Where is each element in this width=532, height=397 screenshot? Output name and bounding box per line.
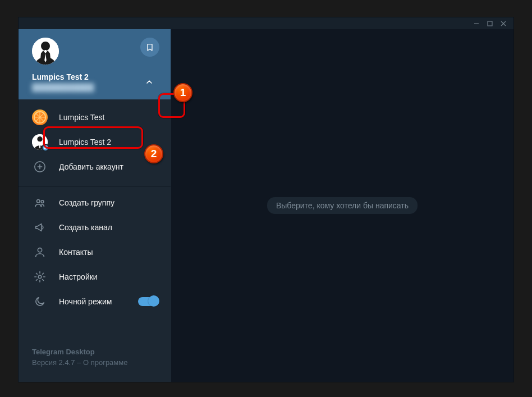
app-version[interactable]: Версия 2.4.7 – О программе: [32, 358, 157, 368]
add-account-icon: [34, 161, 46, 173]
svg-point-16: [37, 200, 40, 203]
bookmark-icon: [145, 43, 154, 52]
svg-point-12: [37, 136, 42, 142]
account-avatar: [32, 134, 48, 150]
main-empty-state: Выберите, кому хотели бы написать: [171, 29, 513, 382]
moon-icon: [34, 295, 46, 308]
menu-contacts[interactable]: Контакты: [19, 240, 171, 264]
chevron-up-icon: [145, 77, 154, 86]
add-account-item[interactable]: Добавить аккаунт: [19, 154, 171, 179]
menu-label: Добавить аккаунт: [59, 162, 123, 171]
app-window: Lumpics Test 2 ████████████: [18, 17, 514, 382]
svg-rect-1: [488, 21, 492, 26]
profile-phone: ████████████: [32, 83, 94, 92]
maximize-button[interactable]: [483, 17, 497, 29]
active-account-badge: [42, 144, 49, 152]
menu-new-group[interactable]: Создать группу: [19, 190, 171, 215]
menu-night-mode[interactable]: Ночной режим: [19, 289, 171, 314]
account-avatar: [32, 109, 48, 125]
sidebar-footer: Telegram Desktop Версия 2.4.7 – О програ…: [19, 347, 171, 382]
titlebar: [19, 17, 513, 29]
megaphone-icon: [34, 221, 46, 234]
profile-header: Lumpics Test 2 ████████████: [19, 29, 171, 99]
menu-label: Создать канал: [59, 223, 112, 232]
account-item-lumpics-test[interactable]: Lumpics Test: [19, 105, 171, 130]
minimize-button[interactable]: [470, 17, 483, 29]
sidebar: Lumpics Test 2 ████████████: [19, 29, 171, 382]
svg-point-18: [38, 248, 42, 252]
menu-settings[interactable]: Настройки: [19, 264, 171, 289]
saved-messages-button[interactable]: [140, 38, 159, 57]
menu-label: Контакты: [59, 248, 93, 257]
close-button[interactable]: [497, 17, 510, 29]
night-mode-toggle[interactable]: [138, 297, 158, 306]
svg-point-5: [41, 42, 50, 51]
orange-slice-icon: [34, 111, 46, 124]
account-label: Lumpics Test 2: [59, 138, 111, 147]
empty-placeholder: Выберите, кому хотели бы написать: [267, 197, 418, 214]
account-item-lumpics-test-2[interactable]: Lumpics Test 2: [19, 130, 171, 154]
check-icon: [43, 145, 48, 150]
accounts-list: Lumpics Test: [19, 99, 171, 185]
menu-label: Настройки: [59, 272, 98, 281]
accounts-toggle-button[interactable]: [139, 72, 159, 92]
main-menu: Создать группу Создать канал Контакты На…: [19, 190, 171, 314]
svg-point-19: [38, 275, 42, 279]
contacts-icon: [34, 246, 46, 258]
menu-label: Создать группу: [59, 198, 114, 207]
account-label: Lumpics Test: [59, 113, 104, 122]
avatar[interactable]: [32, 38, 59, 65]
group-icon: [34, 197, 46, 209]
menu-new-channel[interactable]: Создать канал: [19, 215, 171, 240]
app-name: Telegram Desktop: [32, 347, 157, 358]
divider: [19, 186, 171, 187]
menu-label: Ночной режим: [59, 297, 112, 306]
svg-point-17: [41, 200, 44, 203]
gear-icon: [34, 271, 46, 283]
profile-name: Lumpics Test 2: [32, 72, 94, 81]
avatar-suit-icon: [32, 38, 59, 65]
